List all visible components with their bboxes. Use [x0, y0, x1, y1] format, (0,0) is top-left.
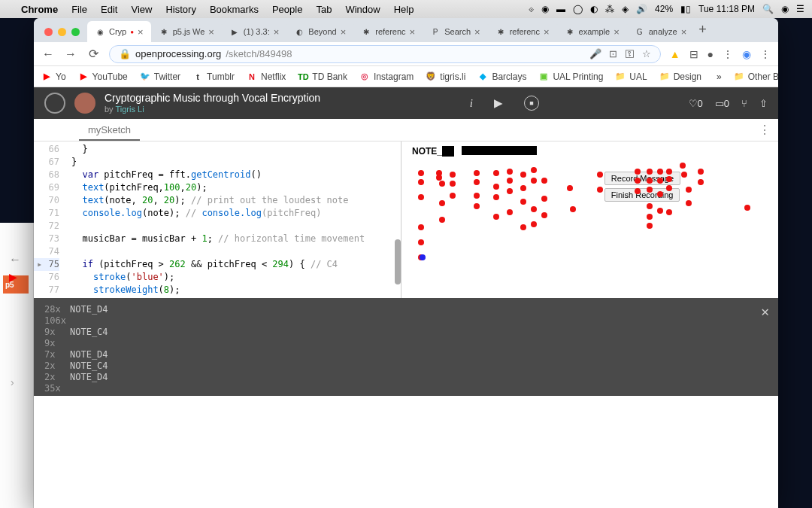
bookmark-item[interactable]: 📁UAL — [615, 71, 647, 82]
menu-view[interactable]: View — [131, 4, 152, 15]
browser-tab[interactable]: ▶(1) 3.3:× — [222, 21, 286, 42]
bookmark-item[interactable]: NNetflix — [247, 71, 286, 82]
browser-tab[interactable]: PSearch× — [423, 21, 487, 42]
author-avatar[interactable] — [74, 93, 95, 114]
key-icon[interactable]: ⚿ — [625, 48, 635, 59]
menu-help[interactable]: Help — [394, 4, 414, 15]
url-input[interactable]: 🔒 openprocessing.org/sketch/849498 🎤 ⊡ ⚿… — [109, 45, 661, 63]
avatar-icon[interactable]: ● — [707, 48, 714, 60]
star-icon[interactable]: ☆ — [642, 48, 651, 59]
bookmark-item[interactable]: ◎Instagram — [359, 71, 414, 82]
menu-window[interactable]: Window — [345, 4, 380, 15]
comment-button[interactable]: ▭0 — [715, 98, 729, 109]
menubar-app[interactable]: Chrome — [21, 4, 58, 15]
tab-close-icon[interactable]: × — [208, 26, 214, 38]
chevron-right-icon[interactable]: › — [11, 376, 14, 388]
bookmark-item[interactable]: ▣UAL Printing — [538, 71, 603, 82]
overflow-icon[interactable]: » — [717, 71, 722, 82]
ext-icon[interactable]: ◉ — [742, 48, 751, 60]
bookmark-item[interactable]: ◆Barclays — [477, 71, 526, 82]
code-editor[interactable]: 66676869707172737475767778 }} var pitchF… — [34, 141, 401, 298]
like-button[interactable]: ♡0 — [689, 98, 703, 109]
browser-tab[interactable]: ✱example× — [557, 21, 627, 42]
tab-close-icon[interactable]: × — [410, 26, 416, 38]
menu-edit[interactable]: Edit — [101, 4, 117, 15]
status-icon[interactable]: ⟐ — [529, 4, 534, 14]
console-line: 2xNOTE_C4 — [44, 360, 768, 372]
bookmark-item[interactable]: 📁Design — [659, 71, 701, 82]
bookmark-item[interactable]: tTumblr — [192, 71, 235, 82]
bookmark-label: Design — [674, 71, 701, 82]
console-line: 28xNOTE_D4 — [44, 304, 768, 315]
info-button[interactable]: i — [470, 97, 473, 110]
window-minimize[interactable] — [58, 28, 66, 36]
status-icon[interactable]: ◉ — [541, 4, 549, 14]
other-bookmarks[interactable]: 📁Other Bookmarks — [734, 71, 778, 82]
back-button[interactable]: ← — [41, 47, 55, 61]
menu-history[interactable]: History — [165, 4, 195, 15]
browser-tab[interactable]: Ganalyze× — [627, 21, 695, 42]
menu-tab[interactable]: Tab — [316, 4, 332, 15]
console-close-icon[interactable]: ✕ — [761, 306, 769, 317]
battery-icon: ▮▯ — [680, 4, 691, 14]
tab-close-icon[interactable]: × — [474, 26, 480, 38]
window-maximize[interactable] — [71, 28, 80, 36]
device-icon[interactable]: ⊡ — [609, 48, 617, 59]
tab-mysketch[interactable]: mySketch — [79, 120, 140, 141]
note-dot — [686, 200, 692, 206]
tab-close-icon[interactable]: × — [681, 26, 687, 38]
play-button[interactable]: ▶ — [494, 96, 503, 110]
mic-icon[interactable]: 🎤 — [589, 48, 601, 59]
scrollbar[interactable] — [395, 239, 401, 284]
note-dot — [418, 239, 424, 245]
battery-percent[interactable]: 42% — [655, 4, 673, 14]
drive-icon[interactable]: ▲ — [670, 48, 680, 60]
fork-button[interactable]: ⑂ — [741, 98, 747, 109]
op-logo[interactable] — [44, 93, 65, 114]
browser-tab[interactable]: ◐Beyond× — [286, 21, 353, 42]
menu-icon[interactable]: ⋮ — [723, 48, 733, 60]
clock[interactable]: Tue 11:18 PM — [698, 4, 755, 14]
author-link[interactable]: Tigris Li — [115, 105, 144, 114]
forward-button[interactable]: → — [64, 47, 77, 61]
status-icon[interactable]: ◐ — [590, 4, 598, 14]
bookmark-item[interactable]: 🐦Twitter — [140, 71, 180, 82]
youtube-icon[interactable]: ▶ — [9, 271, 17, 283]
browser-tab[interactable]: ◉Cryp●× — [87, 21, 151, 42]
share-button[interactable]: ⇧ — [759, 98, 768, 109]
tab-close-icon[interactable]: × — [138, 26, 144, 38]
spotlight-icon[interactable]: 🔍 — [762, 4, 774, 14]
status-icon[interactable]: ◯ — [573, 4, 583, 14]
note-dot — [520, 185, 526, 191]
menu-icon[interactable]: ⋮ — [760, 48, 771, 60]
bookmark-label: Yo — [56, 71, 66, 82]
volume-icon[interactable]: 🔊 — [636, 4, 647, 14]
tab-close-icon[interactable]: × — [274, 26, 280, 38]
status-icon[interactable]: ▬ — [556, 4, 565, 14]
siri-icon[interactable]: ◉ — [781, 4, 789, 14]
bookmark-item[interactable]: 🦁tigris.li — [426, 71, 465, 82]
browser-tab[interactable]: ✱p5.js We× — [151, 21, 222, 42]
stop-button[interactable]: ■ — [524, 96, 539, 111]
menu-bookmarks[interactable]: Bookmarks — [210, 4, 259, 15]
window-close[interactable] — [44, 28, 53, 36]
browser-tab[interactable]: ✱referenc× — [353, 21, 423, 42]
wifi-icon[interactable]: ◈ — [622, 4, 629, 14]
editor-more-icon[interactable]: ⋮ — [759, 123, 771, 137]
menu-people[interactable]: People — [272, 4, 302, 15]
tab-close-icon[interactable]: × — [341, 26, 347, 38]
bookmark-label: Twitter — [154, 71, 180, 82]
tab-close-icon[interactable]: × — [544, 26, 550, 38]
reader-icon[interactable]: ⊟ — [689, 48, 698, 60]
notification-icon[interactable]: ☰ — [796, 4, 804, 14]
reload-button[interactable]: ⟳ — [86, 47, 100, 61]
bluetooth-icon[interactable]: ⁂ — [605, 4, 614, 14]
bookmark-item[interactable]: ▶YouTube — [78, 71, 128, 82]
bookmark-item[interactable]: ▶Yo — [41, 71, 66, 82]
back-icon[interactable]: ← — [9, 253, 21, 266]
new-tab-button[interactable]: + — [698, 22, 707, 42]
menu-file[interactable]: File — [71, 4, 87, 15]
browser-tab[interactable]: ✱referenc× — [488, 21, 557, 42]
bookmark-item[interactable]: TDTD Bank — [298, 71, 347, 82]
tab-close-icon[interactable]: × — [614, 26, 620, 38]
